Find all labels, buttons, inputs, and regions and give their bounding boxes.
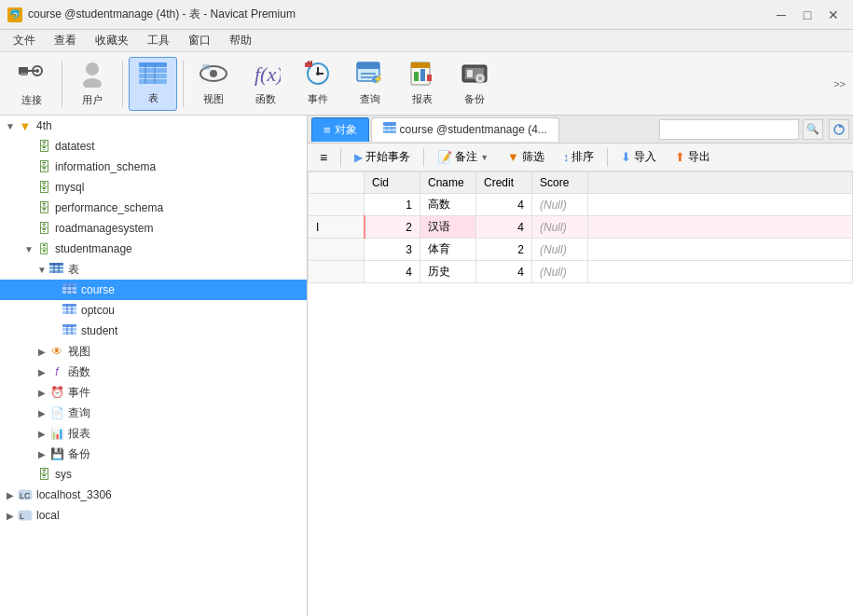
toolbar-backup[interactable]: 备份 <box>450 57 499 111</box>
db-icon-info: 🗄 <box>35 159 52 174</box>
sidebar-item-studentmanage[interactable]: ▼ 🗄 studentmanage <box>0 239 307 259</box>
col-header-cid[interactable]: Cid <box>365 172 420 194</box>
tab-table-data[interactable]: course @studentmanage (4... <box>371 117 559 142</box>
cell-extra-4 <box>588 261 853 283</box>
import-button[interactable]: ⬇ 导入 <box>612 146 665 169</box>
cell-score-3[interactable]: (Null) <box>532 239 588 261</box>
menu-tools[interactable]: 工具 <box>138 31 179 50</box>
expand-icon-student[interactable]: ▼ <box>22 244 35 254</box>
begin-transaction-button[interactable]: ▶ 开始事务 <box>346 146 419 169</box>
sort-button[interactable]: ↕ 排序 <box>555 146 603 169</box>
svg-rect-48 <box>62 291 76 294</box>
tab-search-button[interactable]: 🔍 <box>803 119 823 140</box>
svg-point-39 <box>478 76 482 80</box>
sidebar-item-student-table[interactable]: student <box>0 321 307 341</box>
menu-favorites[interactable]: 收藏夹 <box>86 31 138 50</box>
menu-view[interactable]: 查看 <box>45 31 86 50</box>
svg-rect-42 <box>49 267 63 269</box>
toolbar-user[interactable]: 用户 <box>68 57 117 111</box>
export-button[interactable]: ⬆ 导出 <box>667 146 719 169</box>
toolbar-function[interactable]: f(x) 函数 <box>241 57 290 111</box>
query-label: 查询 <box>360 92 380 106</box>
sidebar-item-4th[interactable]: ▼ ▼ 4th <box>0 116 307 136</box>
table-icon-student <box>62 323 78 338</box>
sidebar-item-road[interactable]: 🗄 roadmanagesystem <box>0 218 307 239</box>
cell-credit-1[interactable]: 4 <box>476 194 532 216</box>
svg-point-21 <box>316 72 320 75</box>
toolbar-sep1 <box>62 61 62 107</box>
toolbar-report[interactable]: 报表 <box>398 57 447 111</box>
sidebar-item-course[interactable]: course <box>0 280 307 300</box>
sidebar-item-optcou[interactable]: optcou <box>0 300 307 321</box>
menu-window[interactable]: 窗口 <box>179 31 220 50</box>
sidebar-item-events[interactable]: ▶ ⏰ 事件 <box>0 382 307 403</box>
menu-file[interactable]: 文件 <box>4 31 45 50</box>
sidebar-item-queries[interactable]: ▶ 📄 查询 <box>0 403 307 423</box>
svg-text:f(x): f(x) <box>255 62 281 86</box>
tab-refresh-button[interactable] <box>829 119 849 140</box>
sidebar-item-reports[interactable]: ▶ 📊 报表 <box>0 423 307 444</box>
cell-credit-4[interactable]: 4 <box>476 261 532 283</box>
table-row: 4 历史 4 (Null) <box>309 261 853 283</box>
sidebar-label-road: roadmanagesystem <box>55 222 153 235</box>
col-header-score[interactable]: Score <box>532 172 588 194</box>
cell-credit-2[interactable]: 4 <box>476 216 532 239</box>
svg-rect-46 <box>62 283 76 286</box>
toolbar-view[interactable]: 视图 <box>189 57 238 111</box>
sidebar-item-tables-group[interactable]: ▼ 表 <box>0 259 307 280</box>
cell-score-4[interactable]: (Null) <box>532 261 588 283</box>
cell-cname-2[interactable]: 汉语 <box>420 216 476 239</box>
user-icon <box>78 60 106 91</box>
cell-cid-3[interactable]: 3 <box>365 239 420 261</box>
toolbar-more[interactable]: >> <box>833 78 846 89</box>
sidebar-item-datatest[interactable]: 🗄 datatest <box>0 136 307 157</box>
cell-cname-4[interactable]: 历史 <box>420 261 476 283</box>
cell-cid-1[interactable]: 1 <box>365 194 420 216</box>
expand-icon-4th[interactable]: ▼ <box>4 121 17 131</box>
sidebar-item-funcs[interactable]: ▶ f 函数 <box>0 362 307 382</box>
row-cursor-header <box>309 172 365 194</box>
tab-search-input[interactable] <box>659 119 799 140</box>
svg-rect-16 <box>202 64 210 70</box>
maximize-button[interactable]: □ <box>795 5 819 25</box>
sidebar-item-info-schema[interactable]: 🗄 information_schema <box>0 157 307 177</box>
sidebar-label-tables: 表 <box>68 262 79 278</box>
close-button[interactable]: ✕ <box>821 5 846 25</box>
toolbar-table[interactable]: 表 <box>129 57 177 111</box>
menu-help[interactable]: 帮助 <box>220 31 261 50</box>
cell-cid-4[interactable]: 4 <box>365 261 420 283</box>
cell-cname-3[interactable]: 体育 <box>420 239 476 261</box>
comment-button[interactable]: 📝 备注 ▼ <box>429 146 497 169</box>
sidebar-item-views[interactable]: ▶ 👁 视图 <box>0 341 307 362</box>
sidebar-label-local: local <box>36 509 60 522</box>
menu-button[interactable]: ≡ <box>311 146 336 169</box>
toolbar-connect[interactable]: 连接 <box>7 57 56 111</box>
sidebar-item-sys[interactable]: 🗄 sys <box>0 464 307 485</box>
toolbar-query[interactable]: ⚡ 查询 <box>346 57 394 111</box>
filter-button[interactable]: ▼ 筛选 <box>499 146 553 169</box>
event-label: 事件 <box>308 92 328 106</box>
col-header-credit[interactable]: Credit <box>476 172 532 194</box>
col-header-cname[interactable]: Cname <box>420 172 476 194</box>
sidebar-item-mysql[interactable]: 🗄 mysql <box>0 177 307 198</box>
cell-cid-2[interactable]: 2 <box>365 216 420 239</box>
import-icon: ⬇ <box>621 150 631 164</box>
sidebar-item-localhost[interactable]: ▶ LC localhost_3306 <box>0 485 307 505</box>
table-icon-optcou <box>62 303 78 318</box>
sidebar-item-perf-schema[interactable]: 🗄 performance_schema <box>0 198 307 218</box>
minimize-button[interactable]: ─ <box>769 5 793 25</box>
toolbar-event[interactable]: 事件 <box>294 57 342 111</box>
tab-objects-label: 对象 <box>335 122 357 138</box>
sidebar-item-backups[interactable]: ▶ 💾 备份 <box>0 444 307 464</box>
svg-rect-56 <box>62 324 76 327</box>
cell-credit-3[interactable]: 2 <box>476 239 532 261</box>
root-icon-4th: ▼ <box>17 118 34 133</box>
comment-label: 备注 <box>455 149 477 165</box>
table-header-row: Cid Cname Credit Score <box>309 172 853 194</box>
sidebar-item-local[interactable]: ▶ L local <box>0 505 307 526</box>
svg-rect-23 <box>308 61 310 64</box>
tab-objects[interactable]: ≡ 对象 <box>311 117 369 142</box>
cell-score-2[interactable]: (Null) <box>532 216 588 239</box>
cell-score-1[interactable]: (Null) <box>532 194 588 216</box>
cell-cname-1[interactable]: 高数 <box>420 194 476 216</box>
